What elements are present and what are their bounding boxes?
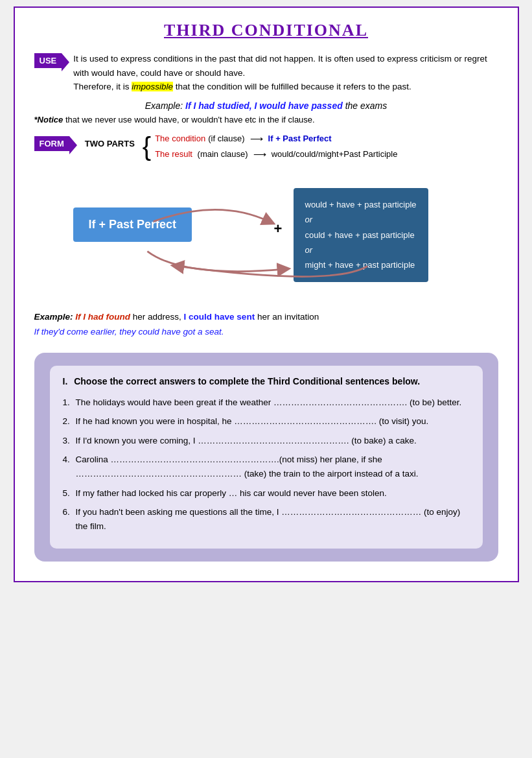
example2-label: Example:: [34, 312, 73, 322]
example2-text2: her address,: [133, 312, 184, 322]
form-content: TWO PARTS { The condition (if clause) ⟶ …: [85, 134, 398, 160]
example2-text1: If I had found: [75, 312, 130, 322]
exercise-title: I. Choose the correct answers to complet…: [63, 376, 470, 386]
exercise-num-6: 6.: [63, 505, 70, 519]
exercise-num-5: 5.: [63, 486, 70, 501]
result-or2: or: [305, 245, 313, 255]
form-section: FORM TWO PARTS { The condition (if claus…: [34, 134, 498, 160]
form-rows: The condition (if clause) ⟶ If + Past Pe…: [155, 134, 397, 160]
example1-text: If I had studied, I would have passed: [185, 101, 345, 111]
notice-text: that we never use would have, or wouldn'…: [65, 115, 315, 124]
example2-italic: If they'd come earlier, they could have …: [34, 327, 224, 337]
plus-sign: +: [274, 220, 283, 237]
exercise-num-2: 2.: [63, 414, 70, 429]
exercise-item-5: 5.If my father had locked his car proper…: [63, 486, 470, 501]
form-row1-paren: (if clause): [208, 134, 244, 143]
example1-line: Example: If I had studied, I would have …: [34, 101, 498, 111]
exercise-item-6: 6.If you hadn't been asking me questions…: [63, 505, 470, 533]
form-row1-label: The condition: [155, 134, 205, 143]
exercise-item-3: 3.If I'd known you were coming, I …………………: [63, 434, 470, 448]
arrow1: ⟶: [250, 134, 263, 144]
use-text-2: Therefore, it is: [73, 82, 129, 91]
example2-text3: I could have sent: [184, 312, 255, 322]
result-line1: would + have + past participle: [305, 200, 417, 209]
example1-label: Example:: [145, 101, 183, 111]
result-line3: might + have + past participle: [305, 260, 415, 270]
if-past-perfect-box: If + Past Perfect: [73, 207, 192, 242]
example2-text4: her an invitation: [257, 312, 319, 322]
exercise-numeral: I.: [63, 376, 68, 386]
arrow2: ⟶: [253, 149, 266, 160]
exercise-box: I. Choose the correct answers to complet…: [34, 353, 498, 562]
form-row2-result: would/could/might+Past Participle: [272, 149, 398, 159]
form-row2-label: The result: [155, 149, 192, 159]
exercise-item-4: 4.Carolina ………………………………………………….(not miss…: [63, 453, 470, 480]
exercise-num-1: 1.: [63, 396, 70, 410]
use-badge: USE: [34, 53, 62, 68]
if-box-label: If + Past Perfect: [89, 218, 177, 231]
use-text: It is used to express conditions in the …: [73, 52, 498, 94]
diagram-area: If + Past Perfect + would + have + past …: [34, 169, 498, 298]
form-row-2: The result (main clause) ⟶ would/could/m…: [155, 149, 397, 160]
result-or1: or: [305, 215, 313, 224]
impossible-word: impossible: [132, 82, 173, 91]
brace-symbol: {: [143, 134, 151, 160]
brace-container: { The condition (if clause) ⟶ If + Past …: [143, 134, 398, 160]
use-text-3: that the condition will be fulfilled bec…: [176, 82, 411, 91]
use-section: USE It is used to express conditions in …: [34, 52, 498, 94]
exercise-num-3: 3.: [63, 434, 70, 448]
exercise-item-2: 2.If he had known you were in hospital, …: [63, 414, 470, 429]
exercise-instruction: Choose the correct answers to complete t…: [74, 376, 420, 386]
exercise-list: 1.The holidays would have been great if …: [63, 396, 470, 534]
exercise-item-1: 1.The holidays would have been great if …: [63, 396, 470, 410]
notice-line: *Notice that we never use would have, or…: [34, 115, 498, 124]
example2-section: Example: If I had found her address, I c…: [34, 310, 498, 340]
result-box: would + have + past participle or could …: [294, 188, 428, 282]
two-parts-label: TWO PARTS: [85, 139, 135, 148]
form-row1-result: If + Past Perfect: [268, 134, 332, 143]
exercise-num-4: 4.: [63, 453, 70, 467]
form-row-1: The condition (if clause) ⟶ If + Past Pe…: [155, 134, 397, 144]
exercise-inner: I. Choose the correct answers to complet…: [50, 366, 483, 549]
notice-label: *Notice: [34, 115, 64, 124]
form-row2-paren: (main clause): [195, 149, 248, 159]
page: THIRD CONDITIONAL USE It is used to expr…: [14, 6, 519, 582]
page-title: THIRD CONDITIONAL: [34, 21, 498, 40]
result-line2: could + have + past participle: [305, 230, 415, 240]
use-text-1: It is used to express conditions in the …: [73, 54, 487, 78]
form-badge: FORM: [34, 136, 69, 151]
